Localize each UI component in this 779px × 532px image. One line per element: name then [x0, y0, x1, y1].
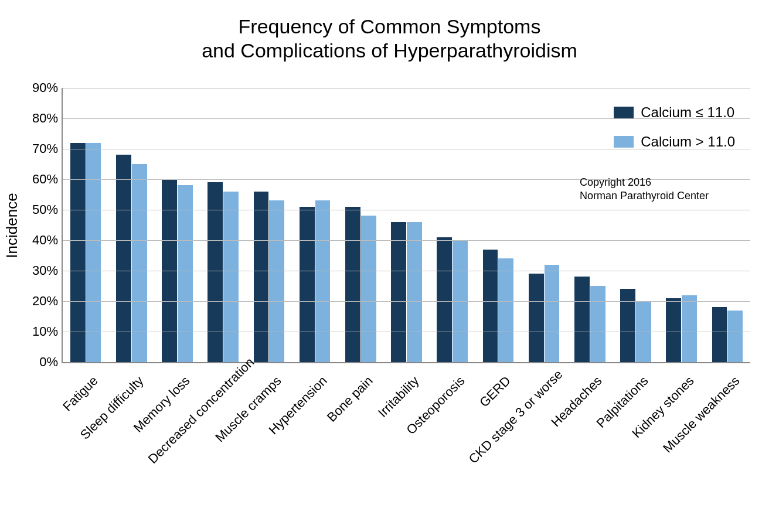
x-tick-label: Hypertension	[237, 373, 331, 467]
y-tick-label: 70%	[32, 141, 63, 156]
x-tick-label: GERD	[420, 373, 513, 467]
x-tick-label: Palpitations	[557, 373, 651, 467]
x-tick-label: Decreased concentration	[145, 373, 239, 467]
bar	[269, 200, 284, 362]
legend-swatch-icon	[614, 136, 634, 148]
x-tick-label: Memory loss	[99, 373, 193, 467]
bar	[223, 192, 239, 362]
x-tick-label: Sleep difficulty	[53, 373, 147, 467]
bar	[254, 192, 269, 362]
bar	[682, 295, 697, 362]
bar	[345, 207, 360, 362]
gridline	[63, 240, 750, 241]
bar	[391, 222, 406, 362]
x-tick-label: CKD stage 3 or worse	[466, 373, 560, 467]
y-tick-label: 20%	[32, 294, 63, 309]
bar	[178, 185, 193, 362]
gridline	[63, 301, 750, 302]
y-tick-label: 60%	[32, 172, 63, 187]
bar	[712, 307, 727, 362]
legend-label: Calcium ≤ 11.0	[641, 104, 734, 121]
x-tick-label: Irritability	[328, 373, 422, 467]
legend-label: Calcium > 11.0	[641, 134, 735, 150]
y-tick-label: 30%	[32, 263, 63, 278]
chart-container: Frequency of Common Symptoms and Complic…	[0, 0, 779, 532]
x-tick-label: Bone pain	[283, 373, 376, 467]
bar	[574, 277, 590, 362]
bar	[437, 237, 452, 362]
copyright-text: Copyright 2016 Norman Parathyroid Center	[580, 176, 709, 203]
bar	[86, 143, 101, 362]
chart-title: Frequency of Common Symptoms and Complic…	[0, 15, 779, 63]
x-tick-label: Muscle cramps	[191, 373, 284, 467]
gridline	[63, 332, 750, 332]
bar	[315, 200, 331, 362]
bar	[132, 164, 147, 362]
x-tick-label: Muscle weakness	[649, 373, 743, 467]
x-tick-label: Osteoporosis	[374, 373, 468, 467]
gridline	[63, 210, 750, 210]
gridline	[63, 271, 750, 271]
legend-item-series-b: Calcium > 11.0	[614, 134, 735, 150]
legend-item-series-a: Calcium ≤ 11.0	[614, 104, 735, 121]
y-tick-label: 90%	[32, 80, 63, 96]
y-tick-label: 50%	[32, 202, 63, 217]
y-tick-label: 40%	[32, 233, 63, 248]
bar	[620, 289, 635, 362]
x-tick-label: Kidney stones	[603, 373, 697, 467]
bar	[361, 216, 376, 362]
gridline	[63, 88, 750, 88]
bar	[545, 265, 560, 362]
x-tick-label: Fatigue	[8, 373, 101, 467]
bar	[70, 143, 86, 362]
y-tick-label: 80%	[32, 111, 63, 126]
bar	[529, 274, 544, 362]
bar	[727, 311, 743, 362]
bar	[300, 207, 315, 362]
bar	[116, 155, 131, 362]
bar	[666, 298, 681, 362]
legend-swatch-icon	[614, 107, 634, 118]
bar	[483, 250, 498, 362]
y-tick-label: 10%	[32, 324, 63, 339]
bar	[407, 222, 422, 362]
legend: Calcium ≤ 11.0 Calcium > 11.0	[614, 104, 735, 163]
x-axis-labels: FatigueSleep difficultyMemory lossDecrea…	[62, 366, 750, 519]
y-axis-label: Incidence	[3, 193, 21, 258]
y-tick-label: 0%	[39, 354, 63, 370]
bar	[590, 286, 605, 362]
x-tick-label: Headaches	[512, 373, 605, 467]
bar	[498, 258, 513, 362]
